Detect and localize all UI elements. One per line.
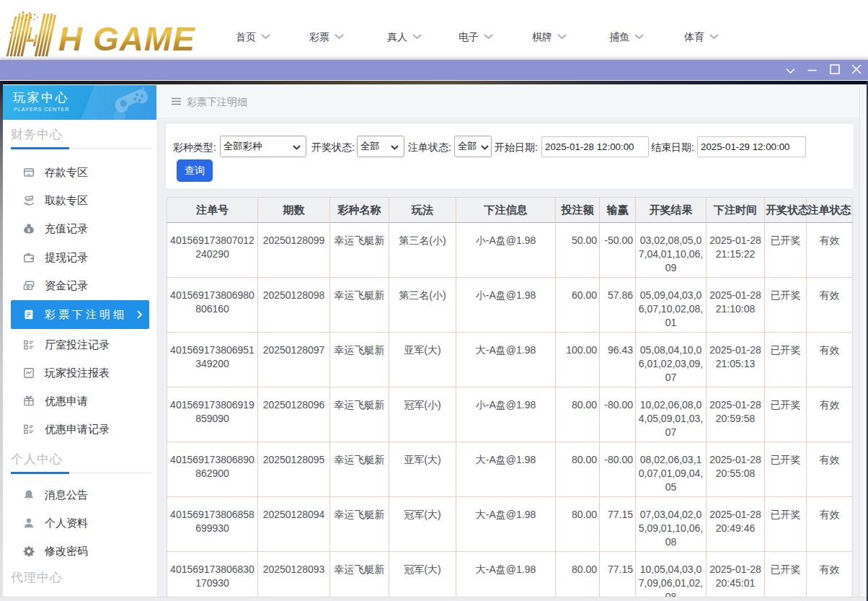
svg-text:H GAME: H GAME: [58, 20, 195, 58]
